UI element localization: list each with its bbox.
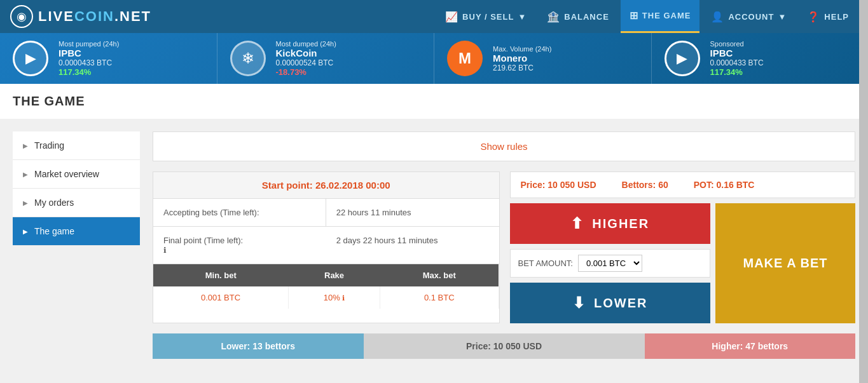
ticker-icon-1: ❄ [230,41,266,76]
left-panel: Start point: 26.02.2018 00:00 Accepting … [153,171,500,323]
nav-account[interactable]: 👤 ACCOUNT ▼ [702,0,796,33]
bottom-lower: Lower: 13 bettors [153,333,364,359]
page-title: THE GAME [0,84,868,119]
ticker-info-0: Most pumped (24h) IPBC 0.0000433 BTC 117… [59,40,119,77]
ticker-info-1: Most dumped (24h) KickCoin 0.00000524 BT… [276,40,336,77]
bottom-higher: Higher: 47 bettors [645,333,856,359]
arrow-icon: ▶ [23,171,28,178]
arrow-icon: ▶ [23,199,28,206]
price-stat: Price: 10 050 USD [521,180,596,190]
final-point-value: 2 days 22 hours 11 minutes [326,226,499,264]
price-header: Price: 10 050 USD Bettors: 60 POT: 0.16 … [510,171,856,198]
final-point-row: Final point (Time left): ℹ [153,226,326,264]
ticker-item-3[interactable]: ▶ Sponsored IPBC 0.0000433 BTC 117.34% [652,33,869,84]
content-area: Show rules Start point: 26.02.2018 00:00… [153,131,855,359]
arrow-icon: ▶ [23,228,28,235]
sidebar-item-market-overview[interactable]: ▶ Market overview [13,160,140,189]
lower-button[interactable]: ⬇ LOWER [510,283,711,323]
min-bet-value: 0.001 BTC [153,286,289,309]
accepting-bets-row: Accepting bets (Time left): [153,199,326,226]
chart-icon: 📈 [445,11,458,23]
arrow-icon: ▶ [23,142,28,149]
col-rake: Rake [289,264,380,286]
ticker-icon-2: M [447,41,483,76]
ticker-item-0[interactable]: ▶ Most pumped (24h) IPBC 0.0000433 BTC 1… [0,33,217,84]
ticker-item-2[interactable]: M Max. Volume (24h) Monero 219.62 BTC [434,33,652,84]
main-layout: ▶ Trading ▶ Market overview ▶ My orders … [0,119,868,372]
bottom-bar: Lower: 13 bettors Price: 10 050 USD High… [153,333,855,359]
nav-help[interactable]: ❓ HELP [798,0,858,33]
col-min-bet: Min. bet [153,264,289,286]
ticker-icon-0: ▶ [13,41,48,76]
chevron-down-icon: ⬇ [572,294,586,312]
info-icon: ℹ [342,294,345,302]
show-rules-bar[interactable]: Show rules [153,131,855,161]
chevron-down-icon: ▼ [778,12,787,22]
make-bet-button[interactable]: MAKE A BET [715,203,855,323]
nav-balance[interactable]: 🏦 BALANCE [538,0,618,33]
account-icon: 👤 [711,11,724,23]
betting-area: ⬆ HIGHER BET AMOUNT: 0.001 BTC 0.01 BTC … [510,203,856,323]
top-navigation: ◉ LIVECOIN.NET 📈 BUY / SELL ▼ 🏦 BALANCE … [0,0,868,33]
higher-button[interactable]: ⬆ HIGHER [510,203,711,244]
accepting-bets-value: 22 hours 11 minutes [326,199,499,226]
chevron-down-icon: ▼ [518,12,527,22]
help-icon: ❓ [807,11,820,23]
start-point: Start point: 26.02.2018 00:00 [153,172,499,199]
max-bet-value: 0.1 BTC [380,286,499,309]
sidebar-item-the-game[interactable]: ▶ The game [13,217,140,246]
rake-value: 10% ℹ [289,286,380,309]
logo-icon: ◉ [10,5,33,28]
ticker-item-1[interactable]: ❄ Most dumped (24h) KickCoin 0.00000524 … [217,33,435,84]
info-icon: ℹ [163,246,167,255]
bottom-price: Price: 10 050 USD [364,333,645,359]
nav-buy-sell[interactable]: 📈 BUY / SELL ▼ [436,0,535,33]
bet-table: Min. bet Rake Max. bet 0.001 BTC 10% ℹ [153,264,499,309]
scrollbar[interactable] [859,0,868,372]
table-row: 0.001 BTC 10% ℹ 0.1 BTC [153,286,499,309]
sidebar: ▶ Trading ▶ Market overview ▶ My orders … [13,131,140,359]
nav-the-game[interactable]: ⊞ THE GAME [621,0,700,33]
sidebar-item-my-orders[interactable]: ▶ My orders [13,189,140,217]
ticker-bar: ▶ Most pumped (24h) IPBC 0.0000433 BTC 1… [0,33,868,84]
grid-icon: ⊞ [630,10,638,22]
col-max-bet: Max. bet [380,264,499,286]
bettors-stat: Bettors: 60 [622,180,668,190]
betting-buttons: ⬆ HIGHER BET AMOUNT: 0.001 BTC 0.01 BTC … [510,203,711,323]
balance-icon: 🏦 [547,11,560,23]
pot-stat: POT: 0.16 BTC [694,180,755,190]
game-panels: Start point: 26.02.2018 00:00 Accepting … [153,171,855,323]
ticker-info-2: Max. Volume (24h) Monero 219.62 BTC [493,45,551,72]
right-panel: Price: 10 050 USD Bettors: 60 POT: 0.16 … [510,171,856,323]
ticker-info-3: Sponsored IPBC 0.0000433 BTC 117.34% [710,40,764,77]
bets-info: Accepting bets (Time left): 22 hours 11 … [153,199,499,264]
logo-text: LIVECOIN.NET [38,8,151,25]
ticker-icon-3: ▶ [665,41,700,76]
bet-amount-select[interactable]: 0.001 BTC 0.01 BTC 0.1 BTC [578,255,642,272]
nav-right: 📈 BUY / SELL ▼ 🏦 BALANCE ⊞ THE GAME 👤 AC… [436,0,858,33]
bet-amount-row: BET AMOUNT: 0.001 BTC 0.01 BTC 0.1 BTC [510,249,711,278]
logo[interactable]: ◉ LIVECOIN.NET [10,5,151,28]
sidebar-item-trading[interactable]: ▶ Trading [13,131,140,160]
chevron-up-icon: ⬆ [570,215,584,232]
